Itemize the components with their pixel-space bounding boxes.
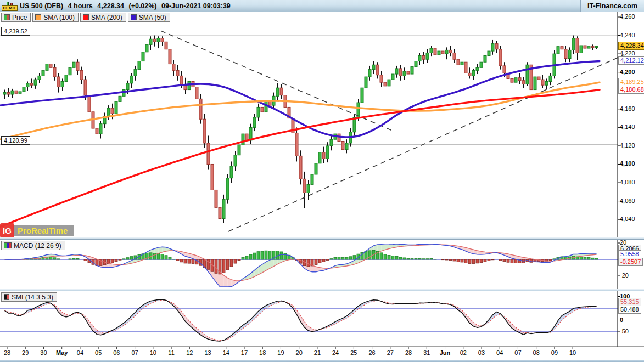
y-axis-tick: 4,040: [620, 216, 644, 222]
x-axis-label: 21: [308, 349, 327, 356]
watermark: IG ProRealTime: [0, 223, 74, 237]
x-axis-label: 28: [399, 349, 418, 356]
x-axis-label: 11: [162, 349, 181, 356]
macd-icon: [4, 242, 12, 248]
x-axis-label: 06: [107, 349, 126, 356]
y-axis-tick: 4,260: [620, 13, 644, 20]
x-axis-label: 28: [0, 349, 16, 356]
smi-axis-tick: 0: [620, 316, 644, 323]
legend-sma100-label: SMA (100): [43, 14, 75, 21]
x-axis-label: 14: [217, 349, 236, 356]
legend-sma50-button[interactable]: SMA (50): [128, 13, 170, 22]
chart-window: DEMO US 500 (DFB) 4 hours 4,228.34 (+0.0…: [0, 0, 644, 362]
x-axis-label: Jun: [436, 349, 455, 356]
sma100-swatch-icon: [35, 14, 41, 20]
y-axis-tick: 4,080: [620, 179, 644, 185]
legend: Price SMA (100) SMA (200) SMA (50): [1, 13, 170, 22]
y-axis-tick: 4,160: [620, 105, 644, 112]
legend-sma50-label: SMA (50): [139, 14, 166, 21]
x-axis-label: 04: [71, 349, 89, 356]
price-series-icon: [4, 14, 10, 20]
y-axis-tick: 4,240: [620, 32, 644, 38]
smi-panel-label: SMI (14 3 5 3): [12, 293, 53, 301]
window-bottom-edge: [0, 360, 644, 362]
x-axis-label: 30: [34, 349, 53, 356]
macd-panel-button[interactable]: MACD (12 26 9): [1, 241, 65, 250]
macd-value-box: 5.9558: [618, 250, 641, 258]
x-axis-label: 24: [326, 349, 345, 356]
price-value-box: 4,180.68: [618, 86, 644, 94]
y-axis-tick: 4,200: [620, 69, 644, 75]
smi-axis-tick: -50: [620, 328, 644, 335]
x-axis-label: 13: [199, 349, 217, 356]
legend-price-button[interactable]: Price: [1, 13, 31, 22]
smi-value-box: 55.315: [618, 298, 641, 306]
x-axis-label: 03: [472, 349, 491, 356]
prorealtime-watermark: ProRealTime: [13, 225, 74, 236]
x-axis-label: 07: [126, 349, 144, 356]
x-axis-label: 10: [563, 349, 582, 356]
y-axis-tick: 4,140: [620, 123, 644, 130]
y-axis-tick: 4,120: [620, 142, 644, 149]
level-label-4120[interactable]: 4,120.99: [1, 136, 30, 145]
legend-sma200-label: SMA (200): [91, 14, 122, 21]
ig-logo-icon: IG: [0, 223, 14, 237]
sma200-swatch-icon: [83, 14, 89, 20]
x-axis-label: 10: [144, 349, 163, 356]
smi-fill: [5, 299, 597, 341]
x-axis-label: 31: [417, 349, 436, 356]
macd-line: [5, 244, 597, 287]
macd-panel-label: MACD (12 26 9): [14, 242, 61, 250]
x-axis-label: 04: [490, 349, 509, 356]
x-axis-label: 29: [16, 349, 35, 356]
y-axis-tick: 4,220: [620, 50, 644, 56]
x-axis-label: 18: [253, 349, 272, 356]
macd-fill: [5, 244, 597, 287]
x-axis-label: 08: [527, 349, 546, 356]
y-axis-tick: 4,100: [620, 160, 644, 167]
x-axis-label: 20: [290, 349, 309, 356]
candlestick-series: [3, 36, 598, 227]
legend-sma100-button[interactable]: SMA (100): [32, 13, 79, 22]
smi-value-box: 50.488: [618, 306, 641, 314]
x-axis-label: May: [53, 349, 71, 356]
x-axis-label: 25: [344, 349, 363, 356]
smi-panel-button[interactable]: SMI (14 3 5 3): [1, 292, 57, 302]
x-axis-label: 26: [363, 349, 382, 356]
level-label-4239[interactable]: 4,239.52: [1, 27, 30, 36]
splitter-smi[interactable]: [0, 289, 644, 291]
sma50-swatch-icon: [131, 14, 137, 20]
smi-icon: [4, 294, 9, 300]
chart-canvas[interactable]: [0, 0, 644, 362]
price-value-box: 4,212.12: [618, 56, 644, 65]
legend-price-label: Price: [12, 14, 27, 21]
x-axis-label: 02: [454, 349, 473, 356]
x-axis-label: 17: [235, 349, 254, 356]
x-axis-label: 05: [89, 349, 108, 356]
x-axis-label: 12: [180, 349, 199, 356]
y-axis-tick: 4,060: [620, 197, 644, 204]
price-value-box: 4,189.25: [618, 78, 644, 86]
price-value-box: 4,228.34: [618, 42, 644, 50]
splitter-macd[interactable]: [0, 237, 644, 240]
x-axis-label: 07: [508, 349, 527, 356]
x-axis-label: 09: [545, 349, 564, 356]
legend-sma200-button[interactable]: SMA (200): [80, 13, 126, 22]
macd-axis-tick: -20: [620, 272, 644, 279]
x-axis-label: 19: [271, 349, 290, 356]
x-axis-label: 27: [381, 349, 400, 356]
macd-value-box: -0.2507: [618, 258, 643, 266]
